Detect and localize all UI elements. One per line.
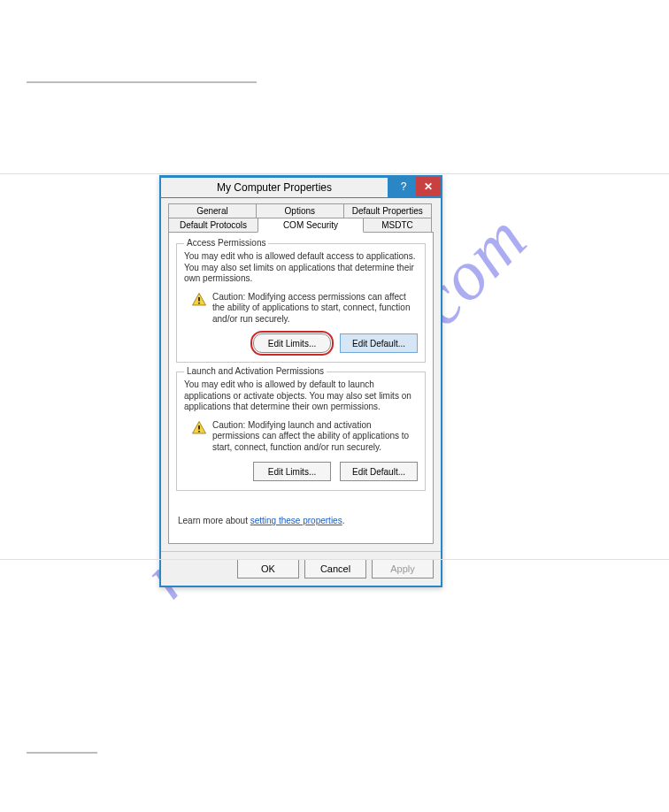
launch-edit-limits-button[interactable]: Edit Limits...: [253, 462, 331, 481]
launch-description: You may edit who is allowed by default t…: [184, 379, 418, 413]
tab-options[interactable]: Options: [256, 203, 344, 218]
cancel-button[interactable]: Cancel: [304, 559, 366, 578]
tab-default-protocols[interactable]: Default Protocols: [168, 218, 258, 233]
access-caution-text: Caution: Modifying access permissions ca…: [212, 292, 418, 326]
dialog-button-row: OK Cancel Apply: [161, 551, 441, 586]
access-edit-default-button[interactable]: Edit Default...: [340, 333, 418, 353]
tab-general[interactable]: General: [168, 203, 257, 218]
apply-button[interactable]: Apply: [372, 559, 434, 578]
access-caution: Caution: Modifying access permissions ca…: [191, 292, 418, 326]
launch-caution: Caution: Modifying launch and activation…: [191, 420, 418, 454]
tab-panel-com-security: Access Permissions You may edit who is a…: [168, 232, 434, 544]
group-launch-permissions: Launch and Activation Permissions You ma…: [176, 372, 426, 491]
tab-msdtc[interactable]: MSDTC: [363, 218, 432, 233]
properties-dialog: My Computer Properties ? ✕ General Optio…: [159, 175, 442, 587]
warning-icon: [191, 420, 207, 436]
group-access-permissions: Access Permissions You may edit who is a…: [176, 243, 426, 363]
warning-icon: [191, 292, 207, 308]
help-button[interactable]: ?: [391, 177, 416, 196]
learn-more: Learn more about setting these propertie…: [178, 516, 426, 525]
svg-rect-2: [198, 303, 200, 304]
titlebar: My Computer Properties ? ✕: [161, 177, 441, 198]
header-rule: [27, 81, 257, 83]
launch-edit-default-button[interactable]: Edit Default...: [340, 462, 418, 481]
tabs-row-2: Default Protocols COM Security MSDTC: [168, 218, 434, 232]
launch-caution-text: Caution: Modifying launch and activation…: [212, 420, 418, 454]
footer-rule: [27, 752, 97, 754]
svg-rect-5: [198, 431, 200, 433]
svg-rect-1: [198, 297, 200, 302]
close-button[interactable]: ✕: [416, 177, 441, 196]
ok-button[interactable]: OK: [237, 559, 299, 578]
tab-default-properties[interactable]: Default Properties: [343, 203, 432, 218]
tabs-row-1: General Options Default Properties: [168, 203, 434, 218]
group-legend-launch: Launch and Activation Permissions: [184, 366, 327, 376]
learn-more-prefix: Learn more about: [178, 516, 250, 525]
access-description: You may edit who is allowed default acce…: [184, 251, 418, 285]
learn-more-link[interactable]: setting these properties: [250, 516, 342, 525]
access-edit-limits-button[interactable]: Edit Limits...: [253, 333, 331, 353]
divider: [0, 173, 669, 174]
svg-rect-4: [198, 425, 200, 430]
divider: [0, 559, 669, 560]
tab-com-security[interactable]: COM Security: [258, 218, 364, 233]
dialog-body: General Options Default Properties Defau…: [161, 198, 441, 551]
group-legend-access: Access Permissions: [184, 238, 268, 248]
dialog-title: My Computer Properties: [161, 178, 388, 197]
close-icon: ✕: [424, 180, 433, 193]
